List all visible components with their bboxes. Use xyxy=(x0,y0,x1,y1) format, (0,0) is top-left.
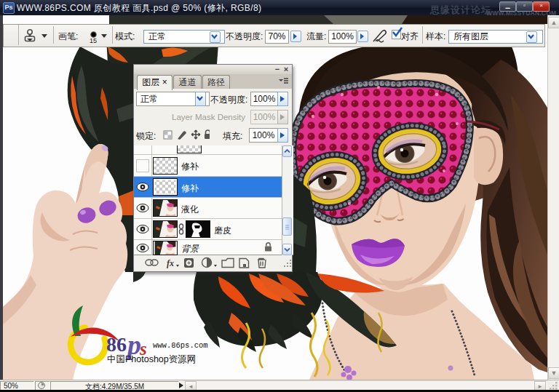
svg-text:www.86ps.com: www.86ps.com xyxy=(153,341,208,350)
svg-text:86: 86 xyxy=(106,333,127,356)
svg-text:fx: fx xyxy=(167,258,174,268)
svg-text:中国Photoshop资源网: 中国Photoshop资源网 xyxy=(107,354,196,364)
